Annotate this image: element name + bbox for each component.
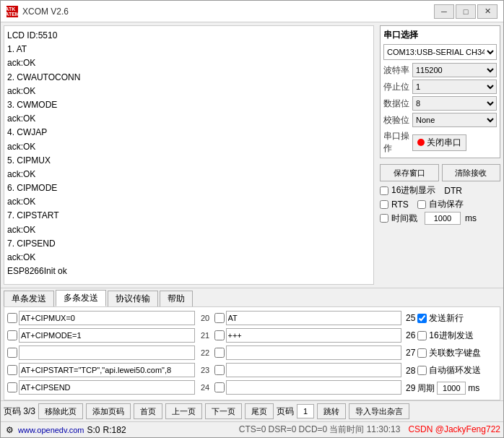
send-input-4[interactable] xyxy=(19,363,195,377)
data-bits-select[interactable]: 8 xyxy=(412,96,497,111)
close-button[interactable]: ✕ xyxy=(477,4,498,19)
next-page-button[interactable]: 下一页 xyxy=(205,403,242,419)
terminal-line: 7. CIPSEND xyxy=(7,237,370,251)
baud-rate-row: 波特率 115200 xyxy=(383,63,497,77)
terminal-line: 7. CIPSTART xyxy=(7,209,370,223)
send-check-mid-1[interactable] xyxy=(214,313,225,323)
terminal-line: ack:OK xyxy=(7,112,370,126)
remove-page-button[interactable]: 移除此页 xyxy=(38,403,83,419)
tab-multi-send[interactable]: 多条发送 xyxy=(56,290,106,306)
timestamp-checkbox[interactable] xyxy=(380,214,388,223)
terminal-line: ack:OK xyxy=(7,56,370,70)
save-window-button[interactable]: 保存窗口 xyxy=(380,164,439,181)
tab-help[interactable]: 帮助 xyxy=(160,291,193,306)
clear-receive-button[interactable]: 清除接收 xyxy=(442,164,501,181)
hex-display-checkbox[interactable] xyxy=(380,186,388,195)
last-page-button[interactable]: 尾页 xyxy=(245,403,274,419)
import-export-button[interactable]: 导入导出杂言 xyxy=(349,403,409,419)
send-check-mid-2[interactable] xyxy=(214,330,225,340)
send-input-5[interactable] xyxy=(19,380,195,395)
auto-loop-checkbox[interactable] xyxy=(417,366,427,375)
parity-select[interactable]: None xyxy=(412,113,497,127)
maximize-button[interactable]: □ xyxy=(456,4,476,19)
stop-bits-select[interactable]: 1 xyxy=(412,80,497,94)
data-bits-row: 数据位 8 xyxy=(383,96,497,111)
send-row-5: 24 xyxy=(7,379,403,395)
website-link[interactable]: www.openedv.com xyxy=(18,426,84,434)
send-check-mid-4[interactable] xyxy=(214,365,225,375)
send-check-mid-5[interactable] xyxy=(214,382,225,392)
terminal-line: ack:OK xyxy=(7,85,370,98)
send-input-1[interactable] xyxy=(19,311,195,325)
send-row-1: 20 xyxy=(7,310,403,326)
send-input-mid-3[interactable] xyxy=(226,345,402,360)
serial-op-label: 串口操作 xyxy=(383,130,412,155)
send-input-2[interactable] xyxy=(19,328,195,343)
s-value: S:0 xyxy=(87,425,100,435)
tab-single-send[interactable]: 单条发送 xyxy=(4,291,54,306)
parity-label: 校验位 xyxy=(383,114,412,126)
hex-send-row: 26 16进制发送 xyxy=(406,330,497,342)
period-input[interactable] xyxy=(437,382,466,395)
page-controls: 页码 3/3 移除此页 添加页码 首页 上一页 下一页 尾页 页码 跳转 导入导… xyxy=(1,400,503,421)
bottom-area: 单条发送 多条发送 协议传输 帮助 20 xyxy=(1,288,503,437)
first-page-button[interactable]: 首页 xyxy=(134,403,162,419)
send-check-5[interactable] xyxy=(7,382,17,392)
period-row: 29 周期 ms xyxy=(406,382,497,395)
add-page-button[interactable]: 添加页码 xyxy=(86,403,131,419)
action-buttons-row: 保存窗口 清除接收 xyxy=(380,164,500,181)
send-input-mid-2[interactable] xyxy=(226,328,402,343)
terminal-line: 1. AT xyxy=(7,43,370,56)
period-label: 周期 xyxy=(417,382,435,395)
send-input-mid-5[interactable] xyxy=(226,380,402,395)
close-port-button[interactable]: 关闭串口 xyxy=(412,134,466,151)
serial-select-title: 串口选择 xyxy=(383,29,497,41)
numpad-link-checkbox[interactable] xyxy=(417,348,427,358)
right-panel: 串口选择 COM13:USB-SERIAL CH34 波特率 115200 停止… xyxy=(377,22,503,288)
send-row-3: 22 xyxy=(7,345,403,361)
app-icon: ATKATEM xyxy=(6,6,18,17)
options-section: 16进制显示 DTR RTS 自动保存 时间戳 ms xyxy=(380,184,500,226)
baud-rate-select[interactable]: 115200 xyxy=(412,63,497,77)
send-check-mid-3[interactable] xyxy=(214,348,225,358)
send-check-3[interactable] xyxy=(7,348,17,358)
send-num-27: 27 xyxy=(406,348,415,358)
send-check-2[interactable] xyxy=(7,330,17,340)
send-num-4: 23 xyxy=(196,366,214,374)
tab-protocol[interactable]: 协议传输 xyxy=(108,291,158,306)
stop-bits-label: 停止位 xyxy=(383,81,412,93)
terminal-line: ack:OK xyxy=(7,251,370,265)
send-num-28: 28 xyxy=(406,366,415,376)
send-check-1[interactable] xyxy=(7,313,17,323)
send-input-3[interactable] xyxy=(19,345,195,360)
jump-button[interactable]: 跳转 xyxy=(317,403,346,419)
send-input-mid-1[interactable] xyxy=(226,311,402,325)
settings-icon[interactable]: ⚙ xyxy=(4,424,15,436)
send-newline-label: 发送新行 xyxy=(429,312,464,325)
auto-save-checkbox[interactable] xyxy=(417,200,426,209)
send-num-26: 26 xyxy=(406,330,415,340)
send-check-4[interactable] xyxy=(7,365,17,375)
app-title: XCOM V2.6 xyxy=(22,7,69,17)
tabs-row: 单条发送 多条发送 协议传输 帮助 xyxy=(1,288,503,306)
rts-row: RTS 自动保存 xyxy=(380,198,500,210)
send-num-3: 22 xyxy=(196,348,214,357)
send-row-4: 23 xyxy=(7,362,403,378)
title-bar-left: ATKATEM XCOM V2.6 xyxy=(6,6,69,17)
minimize-button[interactable]: ─ xyxy=(434,4,454,19)
page-number-input[interactable] xyxy=(297,404,314,418)
timestamp-interval-input[interactable] xyxy=(425,212,461,225)
terminal-line: ESP8266Init ok xyxy=(7,265,370,278)
stop-bits-row: 停止位 1 xyxy=(383,80,497,94)
send-grid: 20 21 xyxy=(7,310,497,397)
send-newline-checkbox[interactable] xyxy=(417,314,427,323)
serial-op-row: 串口操作 关闭串口 xyxy=(383,130,497,155)
send-inputs-col: 20 21 xyxy=(7,310,403,397)
rts-checkbox[interactable] xyxy=(380,200,388,209)
send-input-mid-4[interactable] xyxy=(226,363,402,377)
status-bar: ⚙ www.openedv.com S:0 R:182 CTS=0 DSR=0 … xyxy=(1,421,503,437)
prev-page-button[interactable]: 上一页 xyxy=(165,403,202,419)
terminal-line: 3. CWMODE xyxy=(7,98,370,112)
hex-send-checkbox[interactable] xyxy=(417,331,427,340)
serial-port-select[interactable]: COM13:USB-SERIAL CH34 xyxy=(383,44,497,60)
